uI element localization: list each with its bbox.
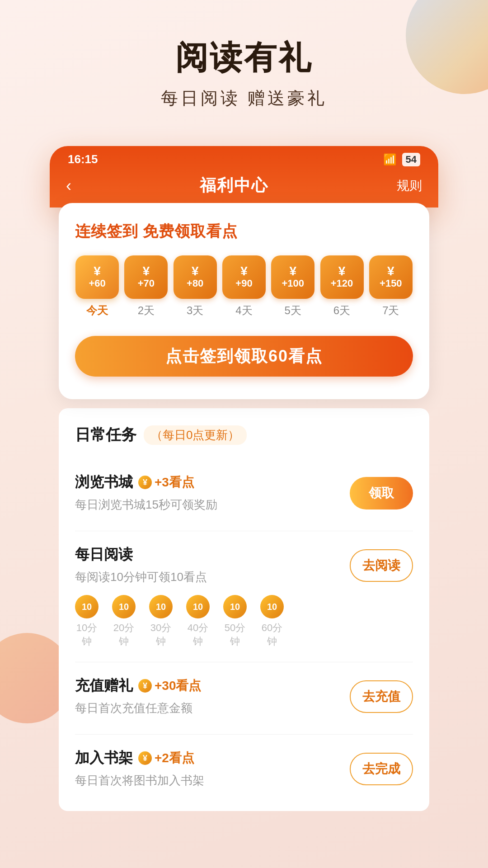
prog-coin-value: 10 (230, 602, 240, 612)
task-name: 加入书架 (75, 748, 133, 768)
page-subtitle: 每日阅读 赠送豪礼 (0, 87, 488, 110)
tasks-header: 日常任务 （每日0点更新） (75, 425, 413, 445)
phone-frame-header: 16:15 📶 54 ‹ 福利中心 规则 (50, 146, 438, 208)
prog-coin-circle: 10 (149, 595, 173, 618)
tasks-title: 日常任务 (75, 425, 136, 445)
day-item: ¥ +150 7天 (369, 255, 413, 318)
task-info: 浏览书城 ¥ +3看点 每日浏览书城15秒可领奖励 (75, 472, 350, 514)
day-label: 5天 (285, 303, 301, 318)
progress-coin: 10 (149, 595, 173, 618)
task-name-row: 充值赠礼 ¥ +30看点 (75, 676, 350, 696)
prog-coin-value: 10 (156, 602, 166, 612)
task-desc: 每日首次充值任意金额 (75, 699, 350, 717)
day-coin: ¥ +120 (320, 255, 364, 299)
progress-time-label: 50分钟 (223, 621, 247, 648)
signin-card: 连续签到 免费领取看点 ¥ +60 今天 ¥ +70 2天 ¥ +80 3天 ¥… (59, 203, 429, 399)
phone-mockup: 16:15 📶 54 ‹ 福利中心 规则 连续签到 免费领取看点 ¥ +60 今… (50, 146, 438, 811)
coin-symbol: ¥ (289, 265, 296, 278)
task-row: 充值赠礼 ¥ +30看点 每日首次充值任意金额 去充值 (75, 676, 413, 717)
status-time: 16:15 (68, 152, 98, 166)
day-coin: ¥ +150 (369, 255, 413, 299)
rules-button[interactable]: 规则 (397, 177, 422, 194)
coin-symbol: ¥ (143, 265, 150, 278)
progress-time-label: 40分钟 (186, 621, 210, 648)
day-coin: ¥ +80 (174, 255, 217, 299)
task-action-button[interactable]: 去充值 (350, 680, 413, 713)
reward-text: +30看点 (155, 677, 202, 694)
page-title: 阅读有礼 (0, 36, 488, 80)
prog-coin-value: 10 (119, 602, 129, 612)
coin-icon: ¥ (138, 679, 152, 693)
task-name: 充值赠礼 (75, 676, 133, 696)
progress-time-label: 10分钟 (75, 621, 99, 648)
task-desc: 每阅读10分钟可领10看点 (75, 568, 350, 586)
status-bar: 16:15 📶 54 (50, 146, 438, 170)
coin-amount: +90 (235, 278, 252, 289)
prog-coin-circle: 10 (260, 595, 284, 618)
coin-amount: +150 (380, 278, 402, 289)
coin-amount: +120 (331, 278, 353, 289)
task-name-row: 浏览书城 ¥ +3看点 (75, 472, 350, 492)
progress-coin: 10 (260, 595, 284, 618)
progress-times-row: 10分钟 20分钟 30分钟 40分钟 50分钟 60分钟 (75, 621, 413, 648)
page-header: 阅读有礼 每日阅读 赠送豪礼 (0, 0, 488, 128)
day-label: 今天 (86, 303, 108, 318)
task-desc: 每日首次将图书加入书架 (75, 772, 350, 789)
prog-coin-value: 10 (193, 602, 203, 612)
task-info: 加入书架 ¥ +2看点 每日首次将图书加入书架 (75, 748, 350, 789)
progress-time-label: 20分钟 (112, 621, 136, 648)
day-item: ¥ +70 2天 (124, 255, 168, 318)
task-item: 浏览书城 ¥ +3看点 每日浏览书城15秒可领奖励 领取 (75, 459, 413, 531)
reward-text: +2看点 (155, 750, 194, 767)
day-label: 2天 (138, 303, 155, 318)
task-info: 充值赠礼 ¥ +30看点 每日首次充值任意金额 (75, 676, 350, 717)
task-reward: ¥ +2看点 (138, 750, 194, 767)
coin-amount: +100 (282, 278, 304, 289)
wifi-icon: 📶 (383, 153, 397, 166)
day-item: ¥ +80 3天 (173, 255, 217, 318)
tasks-list: 浏览书城 ¥ +3看点 每日浏览书城15秒可领奖励 领取 每日阅读 每阅读10分… (75, 459, 413, 811)
task-name: 每日阅读 (75, 545, 133, 565)
task-item: 加入书架 ¥ +2看点 每日首次将图书加入书架 去完成 (75, 735, 413, 811)
tasks-section: 日常任务 （每日0点更新） 浏览书城 ¥ +3看点 每日浏览书城15秒可领奖励 … (59, 408, 429, 811)
task-action-button[interactable]: 领取 (350, 477, 413, 509)
task-info: 每日阅读 每阅读10分钟可领10看点 (75, 545, 350, 586)
task-desc: 每日浏览书城15秒可领奖励 (75, 496, 350, 514)
battery-indicator: 54 (402, 153, 420, 166)
day-coin: ¥ +90 (222, 255, 266, 299)
coin-icon: ¥ (138, 751, 152, 765)
coin-symbol: ¥ (240, 265, 248, 278)
tasks-update-note: （每日0点更新） (144, 425, 247, 445)
day-coin: ¥ +70 (124, 255, 168, 299)
signin-button[interactable]: 点击签到领取60看点 (75, 336, 413, 377)
task-row: 加入书架 ¥ +2看点 每日首次将图书加入书架 去完成 (75, 748, 413, 789)
task-reward: ¥ +30看点 (138, 677, 202, 694)
coin-amount: +80 (187, 278, 203, 289)
task-item: 每日阅读 每阅读10分钟可领10看点 去阅读 10 10 10 10 (75, 531, 413, 662)
day-label: 7天 (382, 303, 399, 318)
coin-amount: +70 (138, 278, 155, 289)
progress-time-label: 30分钟 (149, 621, 173, 648)
prog-coin-circle: 10 (75, 595, 99, 618)
coin-symbol: ¥ (338, 265, 346, 278)
day-item: ¥ +60 今天 (75, 255, 119, 318)
prog-coin-circle: 10 (223, 595, 247, 618)
task-item: 充值赠礼 ¥ +30看点 每日首次充值任意金额 去充值 (75, 662, 413, 735)
back-button[interactable]: ‹ (66, 176, 71, 195)
task-action-button[interactable]: 去阅读 (350, 549, 413, 582)
progress-coin: 10 (186, 595, 210, 618)
days-row: ¥ +60 今天 ¥ +70 2天 ¥ +80 3天 ¥ +90 4天 ¥ +1… (75, 255, 413, 318)
coin-amount: +60 (89, 278, 105, 289)
day-coin: ¥ +60 (75, 255, 119, 299)
day-label: 4天 (235, 303, 252, 318)
task-reward: ¥ +3看点 (138, 474, 194, 491)
prog-coin-circle: 10 (186, 595, 210, 618)
progress-time-label: 60分钟 (260, 621, 284, 648)
task-row: 浏览书城 ¥ +3看点 每日浏览书城15秒可领奖励 领取 (75, 472, 413, 514)
task-name: 浏览书城 (75, 472, 133, 492)
coin-symbol: ¥ (192, 265, 199, 278)
task-action-button[interactable]: 去完成 (350, 753, 413, 785)
day-label: 6天 (333, 303, 350, 318)
day-item: ¥ +120 6天 (319, 255, 364, 318)
task-row: 每日阅读 每阅读10分钟可领10看点 去阅读 (75, 545, 413, 586)
